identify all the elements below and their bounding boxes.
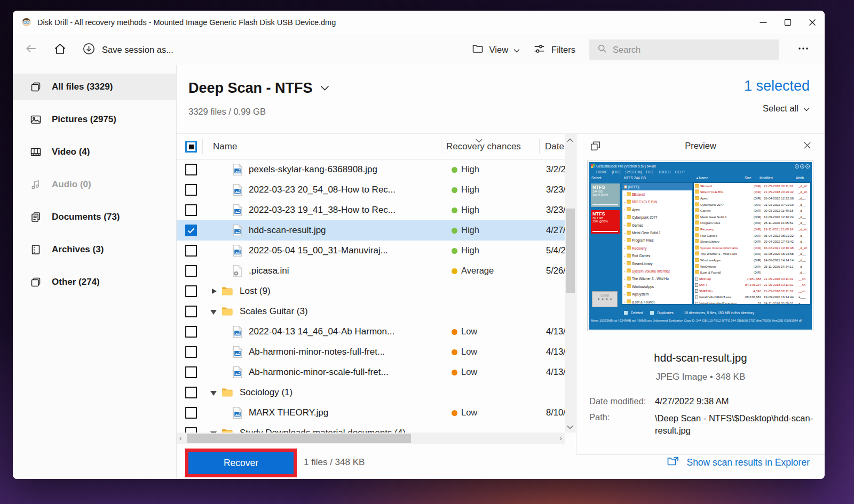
table-row[interactable]: MARX THEORY.jpgLow8/10/2022 <box>177 403 565 423</box>
row-checkbox[interactable] <box>185 164 197 175</box>
close-button[interactable] <box>800 11 825 34</box>
toolbar: Save session as... View F <box>13 34 825 65</box>
scroll-right-icon[interactable]: › <box>560 434 562 442</box>
scroll-left-icon[interactable]: ‹ <box>179 434 181 442</box>
window-title: Disk Drill - All recovery methods - Moun… <box>37 18 336 27</box>
table-row[interactable]: 2022-04-13 14_46_04-Ab Harmon...Low4/13/… <box>177 322 565 342</box>
sidebar-item-other[interactable]: Other (274) <box>13 269 176 295</box>
sidebar-item-all-files[interactable]: All files (3329) <box>13 74 176 100</box>
sidebar-item-archives[interactable]: Archives (3) <box>13 236 176 263</box>
table-row[interactable]: Sociology (1) <box>177 382 565 403</box>
folder-icon <box>222 428 233 433</box>
gdb-list-row: Apex(DIR)26-04-2022 12:32:08_d__ <box>694 195 810 202</box>
date-value: 4/13/2022 <box>546 347 565 357</box>
table-row[interactable]: Lost (9) <box>177 281 565 301</box>
table-row[interactable]: 2022-03-23 19_41_38-How to Rec...High3/2… <box>177 200 565 220</box>
filters-button[interactable]: Filters <box>526 38 582 62</box>
table-row[interactable]: 2022-05-04 15_00_31-Manuviraj...High5/4/… <box>177 241 565 261</box>
row-checkbox[interactable] <box>185 285 197 297</box>
row-checkbox[interactable] <box>185 366 197 378</box>
column-header-name[interactable]: Name <box>213 141 237 152</box>
sidebar-item-documents[interactable]: Documents (73) <box>13 204 176 230</box>
recovery-chance-dot <box>452 349 457 355</box>
gdb-list-row: Cyberpunk 2077(DIR)31-03-2022 07:01:10_d… <box>694 202 810 208</box>
preview-image[interactable]: GetDataBack Pro (Version 5.57) 64-Bit −+… <box>587 161 813 331</box>
selected-count: 1 selected <box>744 78 810 94</box>
row-checkbox[interactable] <box>185 184 197 196</box>
table-row[interactable]: Study Downloads material documents (4) <box>177 423 565 433</box>
image-file-icon <box>233 184 242 198</box>
column-header-recovery[interactable]: Recovery chances <box>446 141 521 152</box>
gdb-tree-item: +[Lost & Found] <box>622 298 692 305</box>
row-checkbox[interactable] <box>185 225 197 236</box>
chevron-down-icon <box>803 103 810 114</box>
row-checkbox[interactable] <box>185 346 197 358</box>
table-row[interactable]: hdd-scan-result.jpgHigh4/27/2022 <box>177 220 565 241</box>
row-checkbox[interactable] <box>185 407 197 419</box>
gdb-tree-item: +Games <box>622 221 692 229</box>
horizontal-scroll-thumb[interactable] <box>187 434 411 443</box>
ellipsis-icon[interactable] <box>793 39 814 60</box>
sidebar-item-audio[interactable]: Audio (0) <box>13 171 176 198</box>
recover-button[interactable]: Recover <box>188 452 294 474</box>
close-icon[interactable] <box>802 140 813 153</box>
image-file-icon <box>233 366 242 380</box>
save-session-button[interactable]: Save session as... <box>82 42 173 58</box>
scan-method-selector[interactable]: Deep Scan - NTFS <box>188 80 329 97</box>
back-arrow-icon[interactable] <box>23 41 38 58</box>
row-checkbox[interactable] <box>185 427 197 433</box>
table-header: Name Recovery chances Date <box>177 134 576 159</box>
row-checkbox[interactable] <box>185 204 197 216</box>
pictures-icon <box>29 113 42 126</box>
table-row[interactable]: Ab-harmoni-minor-notes-full-fret...Low4/… <box>177 342 565 362</box>
sidebar-item-label: Archives (3) <box>52 244 104 255</box>
file-name: .picasa.ini <box>249 266 289 276</box>
gdb-list-row: WindowsApps(DIR)14-06-2021 14:14:14_d__ <box>694 257 810 263</box>
expand-triangle-icon[interactable] <box>212 289 217 294</box>
recovery-chance-dot <box>452 228 457 234</box>
date-value: 3/23/2022 <box>546 185 565 195</box>
titlebar: Disk Drill - All recovery methods - Moun… <box>13 11 825 34</box>
select-all-checkbox[interactable] <box>185 141 197 153</box>
selection-summary: 1 files / 348 KB <box>304 457 365 468</box>
sidebar-item-pictures[interactable]: Pictures (2975) <box>13 106 176 133</box>
image-file-icon <box>233 225 242 238</box>
file-name: 2022-03-23 19_41_38-How to Rec... <box>249 205 396 215</box>
row-checkbox[interactable] <box>185 245 197 257</box>
collapse-triangle-icon[interactable] <box>210 391 217 396</box>
date-modified-value: 4/27/2022 9:38 AM <box>655 396 729 406</box>
row-checkbox[interactable] <box>185 265 197 277</box>
collapse-triangle-icon[interactable] <box>210 310 217 315</box>
view-button[interactable]: View <box>465 38 526 61</box>
sidebar-item-video[interactable]: Video (4) <box>13 139 176 165</box>
maximize-button[interactable] <box>776 11 800 34</box>
table-row[interactable]: pexels-skylar-kang-6368908.jpgHigh3/2/20… <box>177 159 565 180</box>
gdb-tree-item: +The Witcher 3 - Wild Hu <box>622 275 692 283</box>
vertical-scroll-thumb[interactable] <box>566 209 575 293</box>
image-file-icon <box>233 407 242 421</box>
horizontal-scrollbar[interactable]: ‹ › <box>177 433 565 444</box>
file-name: hdd-scan-result.jpg <box>249 225 326 236</box>
row-checkbox[interactable] <box>185 306 197 317</box>
show-in-explorer-link[interactable]: Show scan results in Explorer <box>667 455 810 470</box>
row-checkbox[interactable] <box>185 326 197 338</box>
select-all-button[interactable]: Select all <box>763 103 810 114</box>
filters-label: Filters <box>551 45 575 55</box>
date-value: 5/4/2022 <box>546 245 565 255</box>
table-row[interactable]: Scales Guitar (3) <box>177 301 565 322</box>
search-input[interactable] <box>613 45 757 55</box>
row-checkbox[interactable] <box>185 387 197 398</box>
column-header-date[interactable]: Date <box>545 141 564 152</box>
search-box[interactable] <box>589 39 779 60</box>
table-row[interactable]: 2022-03-23 20_54_08-How to Rec...High3/2… <box>177 180 565 200</box>
table-row[interactable]: .picasa.iniAverage5/26/2022 <box>177 261 565 281</box>
vertical-scrollbar[interactable] <box>565 134 576 433</box>
gdb-partition-block: NTFS244 GB100% @0% <box>591 183 620 207</box>
scroll-down-icon[interactable] <box>567 422 573 431</box>
gdb-titlebar: GetDataBack Pro (Version 5.57) 64-Bit −+… <box>589 162 812 170</box>
gdb-list-row: WpSystem(DIR)25-11-2020 14:34:12_d__ <box>694 263 810 270</box>
table-row[interactable]: Ab-harmonic-minor-scale-full-fret...Low4… <box>177 362 565 382</box>
home-icon[interactable] <box>53 42 67 58</box>
minimize-button[interactable] <box>751 11 776 34</box>
scroll-up-icon[interactable] <box>567 135 573 145</box>
